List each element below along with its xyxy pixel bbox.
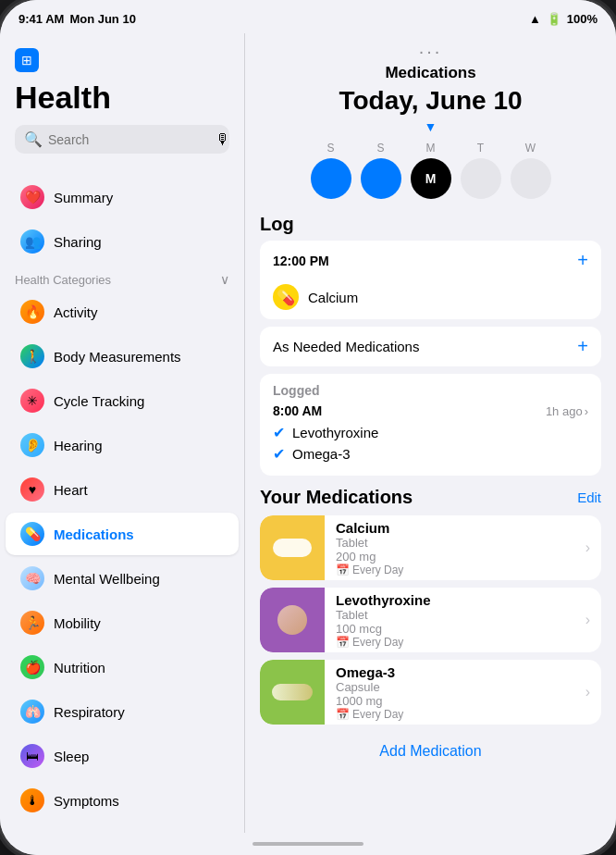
day-monday[interactable]: M M [411,142,451,199]
sidebar-item-activity[interactable]: 🔥 Activity [6,291,239,333]
main-content: ··· Medications Today, June 10 ▼ S S M [245,33,616,833]
sidebar-label-nutrition: Nutrition [54,660,105,675]
levo-schedule: 📅 Every Day [336,636,574,649]
as-needed-add-button[interactable]: + [577,336,588,357]
week-strip: S S M M T W [245,134,616,206]
log-heading: Log [260,214,601,235]
log-entry-calcium[interactable]: 💊 Calcium [260,279,601,319]
main-scroll-area[interactable]: Log 12:00 PM + 💊 Calcium As Needed Medic… [245,206,616,833]
logged-chevron-icon: › [585,404,588,418]
log-time-label: 12:00 PM [273,254,329,268]
date-arrow-icon: ▼ [264,119,598,134]
sharing-icon: 👥 [20,229,44,254]
edit-medications-button[interactable]: Edit [577,489,601,505]
log-calcium-name: Calcium [308,290,358,305]
med-card-omega3[interactable]: Omega-3 Capsule 1000 mg 📅 Every Day › [260,660,601,725]
sidebar-item-medications[interactable]: 💊 Medications [6,513,239,555]
levo-thumb [260,588,325,652]
main-header: ··· Medications Today, June 10 ▼ [245,33,616,134]
day-label-w: W [525,142,536,155]
more-icon[interactable]: ··· [264,41,598,62]
device-frame: 9:41 AM Mon Jun 10 ▲ 🔋 100% ⊞ Health 🔍 🎙 [0,0,616,855]
omega3-schedule: 📅 Every Day [336,708,574,721]
health-categories-label: Health Categories [15,273,111,287]
omega3-type: Capsule [336,680,574,694]
log-time-row: 12:00 PM + [260,241,601,279]
day-circle-s1 [311,158,351,199]
omega3-thumb [260,660,325,725]
day-circle-t [461,158,501,199]
search-bar[interactable]: 🔍 🎙 [15,125,229,154]
activity-icon: 🔥 [20,300,44,324]
main-section-title: Medications [264,64,598,82]
wifi-icon: ▲ [529,12,541,26]
calcium-dose: 200 mg [336,550,574,564]
day-tuesday[interactable]: T [461,142,501,199]
search-input[interactable] [48,132,210,147]
levo-info: Levothyroxine Tablet 100 mcg 📅 Every Day [336,592,574,649]
omega3-pill-shape [272,684,313,700]
sidebar-item-vitals[interactable]: 📈 Vitals [6,824,239,833]
add-medication-button[interactable]: Add Medication [260,732,601,771]
nutrition-icon: 🍎 [20,655,44,679]
logged-item-omega3[interactable]: ✔ Omega-3 [273,445,588,463]
sidebar-item-symptoms[interactable]: 🌡 Symptoms [6,779,239,822]
day-label-t: T [477,142,484,155]
your-meds-title: Your Medications [260,487,413,508]
sidebar-item-mobility[interactable]: 🏃 Mobility [6,601,239,644]
sidebar-item-respiratory[interactable]: 🫁 Respiratory [6,690,239,733]
hearing-icon: 👂 [20,433,44,457]
sidebar-label-mental: Mental Wellbeing [54,571,160,587]
meds-icon: 💊 [20,522,44,546]
sidebar-item-heart[interactable]: ♥ Heart [6,468,239,511]
levo-dose: 100 mcg [336,622,574,636]
sidebar-label-summary: Summary [54,190,113,205]
logged-ago-label: 1h ago › [546,404,588,418]
symptoms-icon: 🌡 [20,788,44,812]
sidebar-label-hearing: Hearing [54,438,103,453]
levo-type: Tablet [336,608,574,622]
med-card-levothyroxine[interactable]: Levothyroxine Tablet 100 mcg 📅 Every Day… [260,588,601,652]
log-add-button[interactable]: + [577,250,588,271]
sidebar-label-mobility: Mobility [54,615,101,631]
battery-level: 100% [567,12,598,26]
calendar-icon: 📅 [336,564,350,576]
omega3-chevron: › [585,684,590,700]
health-categories-chevron[interactable]: ∨ [220,272,229,287]
sidebar-grid-icon[interactable]: ⊞ [15,48,39,72]
mic-icon[interactable]: 🎙 [216,131,230,148]
as-needed-row[interactable]: As Needed Medications + [260,327,601,366]
battery-icon: 🔋 [547,12,561,26]
sidebar-item-sharing[interactable]: 👥 Sharing [6,220,239,263]
status-bar: 9:41 AM Mon Jun 10 ▲ 🔋 100% [0,0,616,33]
sidebar-item-sleep[interactable]: 🛏 Sleep [6,735,239,777]
day-label-m: M [426,142,436,155]
sidebar-label-sharing: Sharing [54,234,102,250]
med-card-calcium[interactable]: Calcium Tablet 200 mg 📅 Every Day › [260,515,601,580]
body-icon: 🚶 [20,344,44,368]
levo-pill-shape [277,605,307,635]
logged-omega3-name: Omega-3 [292,446,351,462]
sidebar-item-body[interactable]: 🚶 Body Measurements [6,335,239,378]
day-sunday-1[interactable]: S [311,142,351,199]
logged-item-levothyroxine[interactable]: ✔ Levothyroxine [273,424,588,441]
as-needed-label: As Needed Medications [273,339,419,354]
sidebar-item-hearing[interactable]: 👂 Hearing [6,424,239,466]
logged-card: Logged 8:00 AM 1h ago › ✔ Levothyroxine … [260,374,601,476]
logged-time-label: 8:00 AM [273,403,322,418]
sidebar-item-mental[interactable]: 🧠 Mental Wellbeing [6,557,239,600]
sidebar: ⊞ Health 🔍 🎙 ❤️ Summary 👥 Sharing [0,33,245,833]
sidebar-item-cycle[interactable]: ✳ Cycle Tracking [6,379,239,422]
sidebar-item-nutrition[interactable]: 🍎 Nutrition [6,646,239,688]
omega3-name: Omega-3 [336,664,574,680]
sidebar-item-summary[interactable]: ❤️ Summary [6,176,239,218]
calcium-type: Tablet [336,536,574,550]
check-icon-levothyroxine: ✔ [273,424,285,441]
day-wednesday[interactable]: W [511,142,551,199]
your-meds-header: Your Medications Edit [260,487,601,508]
omega3-calendar-icon: 📅 [336,708,350,721]
day-sunday-2[interactable]: S [361,142,401,199]
content-area: ⊞ Health 🔍 🎙 ❤️ Summary 👥 Sharing [0,33,616,833]
log-time-card: 12:00 PM + 💊 Calcium [260,241,601,319]
today-letter: M [425,171,437,186]
